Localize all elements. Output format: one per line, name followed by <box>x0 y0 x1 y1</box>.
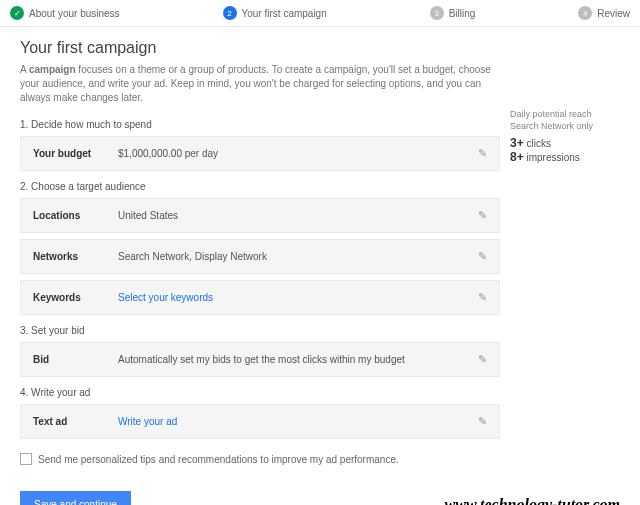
metric-impressions: 8+ impressions <box>510 150 620 164</box>
card-label: Locations <box>33 210 118 221</box>
section-bid-title: 3. Set your bid <box>20 325 500 336</box>
tips-checkbox[interactable] <box>20 453 32 465</box>
card-bid[interactable]: Bid Automatically set my bids to get the… <box>20 342 500 377</box>
card-link[interactable]: Select your keywords <box>118 292 478 303</box>
tips-label: Send me personalized tips and recommenda… <box>38 454 399 465</box>
step-review[interactable]: 4 Review <box>578 6 630 20</box>
card-textad[interactable]: Text ad Write your ad ✎ <box>20 404 500 439</box>
stepper: ✓ About your business 2 Your first campa… <box>0 0 640 27</box>
card-networks[interactable]: Networks Search Network, Display Network… <box>20 239 500 274</box>
pencil-icon[interactable]: ✎ <box>478 291 487 304</box>
card-link[interactable]: Write your ad <box>118 416 478 427</box>
pencil-icon[interactable]: ✎ <box>478 250 487 263</box>
pencil-icon[interactable]: ✎ <box>478 415 487 428</box>
check-icon: ✓ <box>10 6 24 20</box>
card-label: Bid <box>33 354 118 365</box>
step-campaign[interactable]: 2 Your first campaign <box>223 6 327 20</box>
section-audience-title: 2. Choose a target audience <box>20 181 500 192</box>
step-label: Your first campaign <box>242 8 327 19</box>
card-value: $1,000,000.00 per day <box>118 148 478 159</box>
pencil-icon[interactable]: ✎ <box>478 353 487 366</box>
card-keywords[interactable]: Keywords Select your keywords ✎ <box>20 280 500 315</box>
step-label: Billing <box>449 8 476 19</box>
page-title: Your first campaign <box>20 39 500 57</box>
card-value: United States <box>118 210 478 221</box>
card-label: Networks <box>33 251 118 262</box>
pencil-icon[interactable]: ✎ <box>478 147 487 160</box>
intro-text: A campaign focuses on a theme or a group… <box>20 63 500 105</box>
sidebar: Daily potential reach Search Network onl… <box>510 39 620 479</box>
card-locations[interactable]: Locations United States ✎ <box>20 198 500 233</box>
watermark: www.technology-tutor.com <box>445 496 620 506</box>
step-about[interactable]: ✓ About your business <box>10 6 120 20</box>
card-label: Keywords <box>33 292 118 303</box>
content: Your first campaign A campaign focuses o… <box>20 39 500 479</box>
card-value: Automatically set my bids to get the mos… <box>118 354 478 365</box>
card-label: Your budget <box>33 148 118 159</box>
step-number-icon: 4 <box>578 6 592 20</box>
card-value: Search Network, Display Network <box>118 251 478 262</box>
pencil-icon[interactable]: ✎ <box>478 209 487 222</box>
section-budget-title: 1. Decide how much to spend <box>20 119 500 130</box>
save-button[interactable]: Save and continue <box>20 491 131 505</box>
section-ad-title: 4. Write your ad <box>20 387 500 398</box>
step-number-icon: 3 <box>430 6 444 20</box>
step-label: Review <box>597 8 630 19</box>
tips-row: Send me personalized tips and recommenda… <box>20 453 500 465</box>
card-budget[interactable]: Your budget $1,000,000.00 per day ✎ <box>20 136 500 171</box>
step-number-icon: 2 <box>223 6 237 20</box>
sidebar-title: Daily potential reach Search Network onl… <box>510 109 620 132</box>
metric-clicks: 3+ clicks <box>510 136 620 150</box>
step-billing[interactable]: 3 Billing <box>430 6 476 20</box>
card-label: Text ad <box>33 416 118 427</box>
step-label: About your business <box>29 8 120 19</box>
